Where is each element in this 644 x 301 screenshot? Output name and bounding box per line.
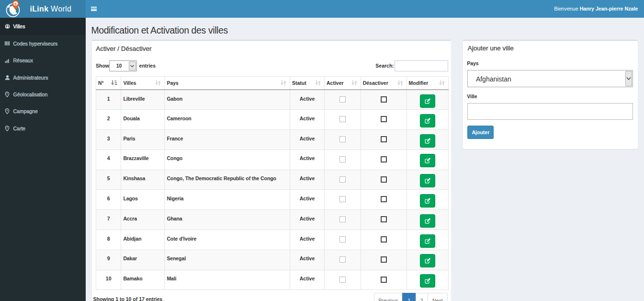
svg-text:$: $ bbox=[14, 2, 17, 6]
